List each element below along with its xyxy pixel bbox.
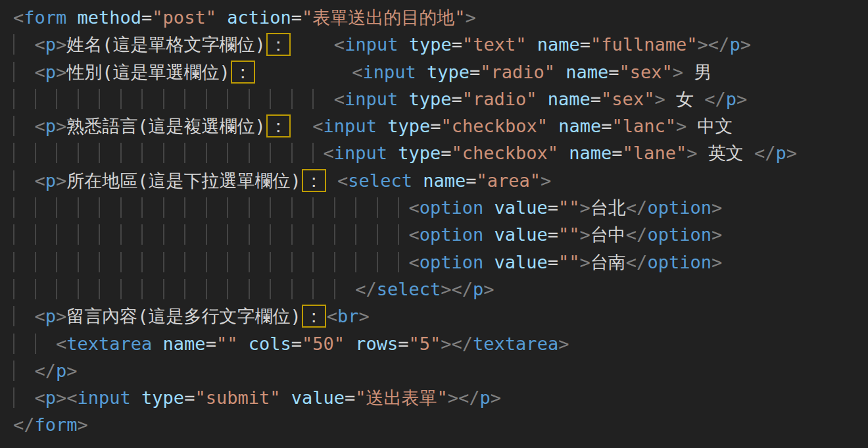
token-tag: p: [480, 387, 491, 408]
indent-guides: [13, 62, 35, 82]
token-str: "lane": [623, 143, 687, 163]
token-brk: >: [736, 89, 747, 109]
token-brk: </: [355, 279, 377, 299]
token-attr: type: [387, 143, 441, 163]
token-tag: input: [334, 143, 387, 163]
token-brk: <: [13, 7, 24, 28]
code-line: <option value="">台中</option>: [13, 221, 868, 248]
token-tag: br: [337, 306, 359, 326]
token-tag: input: [345, 89, 398, 109]
token-brk: ></: [441, 279, 473, 299]
token-tag: p: [729, 34, 740, 55]
token-attr: name: [555, 62, 608, 82]
token-brk: >: [541, 170, 551, 191]
token-txt: 熟悉語言(這是複選欄位): [66, 116, 266, 136]
token-eq: =: [548, 197, 558, 218]
indent-guides: [13, 279, 355, 299]
token-brk: ></: [448, 387, 480, 408]
token-eq: =: [345, 387, 355, 408]
token-tag: form: [35, 414, 78, 435]
token-brk: >: [580, 252, 591, 272]
token-brk: >: [359, 306, 370, 326]
token-txt: 性別(這是單選欄位): [66, 62, 230, 82]
code-line: <option value="">台北</option>: [13, 194, 868, 221]
token-brk: >: [78, 414, 88, 435]
token-str: "表單送出的目的地": [302, 7, 466, 28]
token-eq: =: [591, 89, 601, 109]
token-brk: <: [56, 334, 66, 354]
token-tag: option: [647, 252, 711, 272]
token-brk: </: [626, 252, 648, 272]
token-brk: <: [408, 224, 419, 245]
token-tag: textarea: [473, 334, 558, 354]
token-brk: >: [580, 197, 591, 218]
token-brk: </: [35, 361, 57, 381]
token-str: "": [558, 252, 580, 272]
token-str: "": [558, 224, 580, 245]
token-brk: ></: [441, 334, 473, 354]
token-brk: >: [483, 279, 494, 299]
token-brk: >: [56, 170, 66, 191]
token-brk: ><: [56, 387, 78, 408]
unicode-highlight-box: ：: [266, 33, 291, 56]
indent-guides: [13, 224, 408, 245]
token-eq: =: [580, 34, 591, 55]
token-brk: <: [334, 89, 345, 109]
token-brk: <: [35, 62, 45, 82]
token-str: "text": [462, 34, 527, 55]
token-brk: >: [56, 34, 66, 55]
token-tag: p: [56, 361, 66, 381]
indent-guides: [13, 170, 35, 191]
code-line: <input type="checkbox" name="lane"> 英文 <…: [13, 139, 868, 166]
indent-guides: [13, 143, 323, 163]
indent-guides: [13, 361, 35, 381]
code-editor[interactable]: <form method="post" action="表單送出的目的地"> <…: [0, 0, 868, 448]
token-eq: =: [548, 224, 558, 245]
token-str: "sex": [601, 89, 654, 109]
token-tag: input: [362, 62, 416, 82]
token-tag: input: [78, 387, 131, 408]
token-tag: option: [420, 252, 484, 272]
token-txt: 男: [683, 62, 711, 82]
token-str: "sex": [619, 62, 673, 82]
token-tag: option: [647, 224, 711, 245]
token-eq: =: [608, 62, 619, 82]
token-txt: [291, 116, 313, 136]
token-str: "5": [409, 334, 441, 354]
token-tag: p: [45, 34, 56, 55]
token-brk: >: [740, 34, 751, 55]
token-txt: 留言內容(這是多行文字欄位): [66, 306, 301, 326]
token-tag: select: [377, 279, 441, 299]
code-line: <option value="">台南</option>: [13, 249, 868, 276]
unicode-highlight-box: ：: [302, 169, 326, 192]
token-eq: =: [452, 89, 462, 109]
token-str: "送出表單": [355, 387, 448, 408]
token-tag: p: [775, 143, 786, 163]
token-brk: <: [323, 143, 333, 163]
token-str: "area": [476, 170, 541, 191]
unicode-highlight-box: ：: [266, 114, 291, 137]
token-str: "post": [152, 7, 216, 28]
token-str: "lanc": [612, 116, 677, 136]
token-tag: select: [348, 170, 412, 191]
token-txt: 中文: [687, 116, 733, 136]
token-txt: 台南: [591, 252, 626, 272]
indent-guides: [13, 116, 35, 136]
token-brk: <: [352, 62, 362, 82]
code-line: <p>性別(這是單選欄位)： <input type="radio" name=…: [13, 59, 868, 86]
unicode-highlight-box: ：: [231, 61, 255, 84]
indent-guides: [13, 34, 35, 55]
token-txt: 所在地區(這是下拉選單欄位): [66, 170, 301, 191]
token-txt: 姓名(這是單格文字欄位): [66, 34, 266, 55]
token-brk: <: [35, 34, 45, 55]
token-brk: <: [408, 252, 419, 272]
token-tag: p: [45, 170, 56, 191]
token-tag: textarea: [66, 334, 152, 354]
token-eq: =: [184, 387, 195, 408]
code-line: <p>姓名(這是單格文字欄位)： <input type="text" name…: [13, 31, 868, 58]
token-brk: <: [334, 34, 345, 55]
token-eq: =: [466, 170, 476, 191]
code-line: <form method="post" action="表單送出的目的地">: [13, 4, 868, 31]
indent-guides: [13, 387, 35, 408]
token-brk: </: [704, 89, 726, 109]
